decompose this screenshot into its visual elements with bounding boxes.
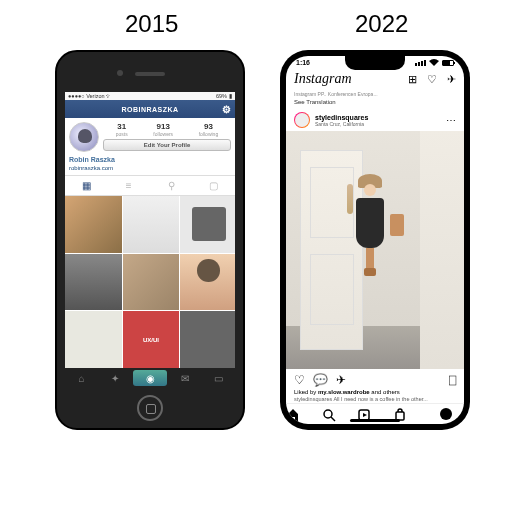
battery-percent: 69% bbox=[216, 93, 227, 99]
like-icon[interactable]: ♡ bbox=[294, 373, 305, 387]
post-header: styledinsquares Santa Cruz, California ⋯ bbox=[286, 109, 464, 131]
battery-icon: ▮ bbox=[229, 93, 232, 99]
wifi-icon bbox=[429, 59, 439, 66]
year-label-2022: 2022 bbox=[355, 10, 408, 38]
photo-thumb[interactable] bbox=[180, 311, 235, 368]
post-caption: styledinsquares All I need now is a coff… bbox=[286, 395, 464, 403]
battery-icon bbox=[442, 60, 454, 66]
post-avatar[interactable] bbox=[294, 112, 310, 128]
post-username[interactable]: styledinsquares bbox=[315, 114, 368, 121]
avatar[interactable] bbox=[69, 122, 99, 152]
iphone-2022-frame: 1:16 Instagram ⊞ ♡ ✈ Instagram PP.. Konf… bbox=[280, 50, 470, 430]
profile-header: ROBINRASZKA ⚙ bbox=[65, 100, 235, 118]
photo-grid: UX/UI bbox=[65, 196, 235, 368]
tab-grid[interactable]: ▦ bbox=[65, 176, 108, 195]
nav-camera-icon[interactable]: ◉ bbox=[133, 370, 166, 386]
stat-followers[interactable]: 913followers bbox=[153, 122, 173, 137]
carrier-label: ●●●●○ Verizon ᯤ bbox=[68, 93, 112, 99]
profile-tabs: ▦ ≡ ⚲ ▢ bbox=[65, 175, 235, 196]
screen-2022: 1:16 Instagram ⊞ ♡ ✈ Instagram PP.. Konf… bbox=[286, 56, 464, 424]
post-more-icon[interactable]: ⋯ bbox=[446, 115, 456, 126]
notch bbox=[345, 56, 405, 70]
profile-username: ROBINRASZKA bbox=[121, 106, 178, 113]
phone-camera bbox=[117, 70, 123, 76]
photo-thumb[interactable] bbox=[65, 311, 122, 368]
activity-heart-icon[interactable]: ♡ bbox=[427, 73, 437, 86]
svg-line-1 bbox=[331, 417, 335, 421]
photo-thumb[interactable] bbox=[180, 196, 235, 253]
translation-hint: Instagram PP.. Konferencen Evropa... bbox=[286, 91, 464, 99]
status-bar: ●●●●○ Verizon ᯤ 69% ▮ bbox=[65, 92, 235, 100]
profile-info: 31posts 913followers 93following Edit Yo… bbox=[65, 118, 235, 156]
tab-tagged[interactable]: ▢ bbox=[193, 176, 236, 195]
photo-thumb[interactable] bbox=[123, 254, 180, 311]
stat-posts[interactable]: 31posts bbox=[116, 122, 128, 137]
tab-places[interactable]: ⚲ bbox=[150, 176, 193, 195]
stat-following[interactable]: 93following bbox=[199, 122, 218, 137]
app-header: Instagram ⊞ ♡ ✈ bbox=[286, 69, 464, 91]
share-icon[interactable]: ✈ bbox=[336, 373, 346, 387]
edit-profile-button[interactable]: Edit Your Profile bbox=[103, 139, 231, 151]
nav-home-icon[interactable]: ⌂ bbox=[65, 368, 98, 388]
post-location[interactable]: Santa Cruz, California bbox=[315, 121, 368, 127]
save-icon[interactable]: ⎕ bbox=[449, 373, 456, 387]
bio-link[interactable]: robinraszka.com bbox=[65, 165, 235, 175]
phone-speaker bbox=[135, 72, 165, 76]
photo-thumb[interactable] bbox=[180, 254, 235, 311]
nav-profile-icon[interactable]: ▭ bbox=[202, 368, 235, 388]
create-icon[interactable]: ⊞ bbox=[408, 73, 417, 86]
svg-point-0 bbox=[324, 410, 332, 418]
stats-row: 31posts 913followers 93following bbox=[103, 122, 231, 137]
instagram-logo[interactable]: Instagram bbox=[294, 71, 352, 87]
home-indicator[interactable] bbox=[350, 419, 400, 422]
comment-icon[interactable]: 💬 bbox=[313, 373, 328, 387]
nav-activity-icon[interactable]: ✉ bbox=[169, 368, 202, 388]
year-label-2015: 2015 bbox=[125, 10, 178, 38]
home-button[interactable] bbox=[137, 395, 163, 421]
see-translation-link[interactable]: See Translation bbox=[286, 99, 464, 109]
display-name: Robin Raszka bbox=[65, 156, 235, 165]
messenger-icon[interactable]: ✈ bbox=[447, 73, 456, 86]
photo-thumb[interactable] bbox=[123, 196, 180, 253]
photo-thumb[interactable] bbox=[65, 254, 122, 311]
iphone-2015-frame: ●●●●○ Verizon ᯤ 69% ▮ ROBINRASZKA ⚙ 31po… bbox=[55, 50, 245, 430]
bottom-nav: ⌂ ✦ ◉ ✉ ▭ bbox=[65, 368, 235, 388]
tab-list[interactable]: ≡ bbox=[108, 176, 151, 195]
photo-thumb[interactable] bbox=[65, 196, 122, 253]
post-actions: ♡ 💬 ✈ ⎕ bbox=[286, 369, 464, 389]
nav-explore-icon[interactable]: ✦ bbox=[98, 368, 131, 388]
screen-2015: ●●●●○ Verizon ᯤ 69% ▮ ROBINRASZKA ⚙ 31po… bbox=[65, 92, 235, 388]
nav-home-icon[interactable] bbox=[286, 408, 322, 422]
status-time: 1:16 bbox=[296, 59, 310, 66]
settings-icon[interactable]: ⚙ bbox=[222, 104, 232, 115]
signal-icon bbox=[415, 60, 426, 66]
post-image[interactable] bbox=[286, 131, 464, 369]
photo-thumb[interactable]: UX/UI bbox=[123, 311, 180, 368]
nav-profile-icon[interactable] bbox=[428, 408, 464, 422]
